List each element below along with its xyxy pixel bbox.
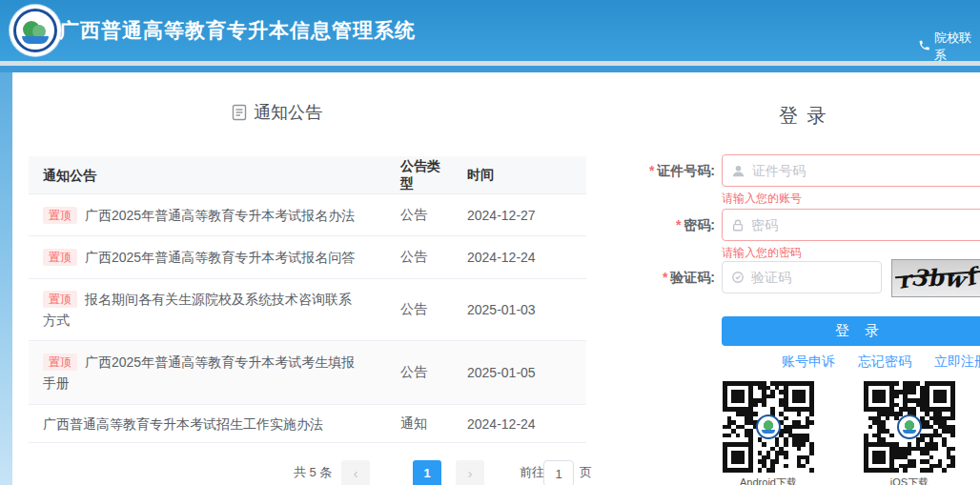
- pagination-page-1[interactable]: 1: [413, 460, 441, 485]
- qr-center-logo-icon: [897, 414, 922, 439]
- col-header-time: 时间: [452, 167, 586, 184]
- notice-type: 公告: [385, 249, 452, 266]
- table-row[interactable]: 广西普通高等教育专升本考试招生工作实施办法 通知 2024-12-24: [29, 405, 586, 443]
- id-number-field-wrap: [722, 154, 980, 187]
- captcha-image[interactable]: r3bwf: [891, 259, 980, 297]
- captcha-field-wrap: [722, 261, 882, 293]
- notice-date: 2025-01-03: [452, 302, 586, 317]
- id-number-label: *证件号码:: [572, 154, 715, 187]
- captcha-label: *验证码:: [572, 261, 715, 293]
- login-links: 账号申诉忘记密码立即注册: [782, 354, 980, 371]
- pinned-badge: 置顶: [43, 354, 77, 371]
- notice-date: 2024-12-24: [452, 250, 586, 265]
- notice-type: 公告: [385, 364, 452, 381]
- qr-code-android: [723, 381, 814, 473]
- notice-title-link[interactable]: 报名期间各有关生源院校及系统技术咨询联系方式: [43, 292, 352, 328]
- captcha-input[interactable]: [751, 270, 881, 285]
- notice-date: 2024-12-24: [452, 416, 586, 432]
- pagination-total: 共 5 条: [294, 464, 332, 481]
- col-header-title: 通知公告: [29, 165, 385, 186]
- qr-center-logo-icon: [756, 414, 781, 439]
- captcha-text: r3bwf: [898, 264, 976, 292]
- notice-title-link[interactable]: 广西2025年普通高等教育专升本考试报名办法: [85, 208, 355, 223]
- lock-icon: [731, 218, 745, 232]
- pinned-badge: 置顶: [43, 207, 77, 224]
- qr-caption-android: Android下载: [723, 475, 814, 485]
- password-error: 请输入您的密码: [722, 245, 802, 261]
- table-row[interactable]: 置顶报名期间各有关生源院校及系统技术咨询联系方式 公告 2025-01-03: [29, 279, 586, 341]
- notice-type: 通知: [385, 415, 452, 433]
- user-icon: [731, 164, 745, 178]
- id-number-error: 请输入您的账号: [722, 191, 802, 207]
- notice-title-link[interactable]: 广西2025年普通高等教育专升本考试考生填报手册: [43, 354, 355, 391]
- notice-type: 公告: [385, 301, 452, 318]
- header-accent-strip: [0, 66, 980, 72]
- notice-title-link[interactable]: 广西普通高等教育专升本考试招生工作实施办法: [43, 416, 323, 432]
- forgot-password-link[interactable]: 忘记密码: [858, 354, 911, 371]
- col-header-type: 公告类型: [385, 158, 452, 192]
- password-label: *密码:: [572, 209, 715, 241]
- phone-icon: [918, 39, 930, 54]
- notice-type: 公告: [385, 207, 452, 224]
- document-icon: [232, 104, 247, 121]
- qr-code-ios: [864, 381, 955, 473]
- app-header: 广西普通高等教育专升本信息管理系统 院校联系: [0, 0, 980, 61]
- register-link[interactable]: 立即注册: [934, 354, 980, 371]
- pagination-prev-button[interactable]: ‹: [341, 460, 370, 485]
- school-contact-label: 院校联系: [934, 30, 980, 64]
- pagination-unit-label: 页: [580, 464, 592, 481]
- notice-table-header: 通知公告 公告类型 时间: [29, 156, 586, 194]
- pinned-badge: 置顶: [43, 291, 77, 308]
- notice-date: 2025-01-05: [452, 365, 586, 380]
- account-appeal-link[interactable]: 账号申诉: [782, 354, 835, 371]
- app-title: 广西普通高等教育专升本信息管理系统: [59, 0, 416, 61]
- table-row[interactable]: 置顶广西2025年普通高等教育专升本考试考生填报手册 公告 2025-01-05: [29, 341, 586, 405]
- table-row[interactable]: 置顶广西2025年普通高等教育专升本考试报名办法 公告 2024-12-27: [29, 194, 586, 236]
- password-input[interactable]: [751, 217, 980, 232]
- qr-caption-ios: iOS下载: [864, 475, 955, 485]
- school-contact-link[interactable]: 院校联系: [918, 30, 980, 64]
- login-page: 广西普通高等教育专升本信息管理系统 院校联系 通知公告 通知公告 公告类型 时间: [0, 0, 980, 485]
- notice-title-link[interactable]: 广西2025年普通高等教育专升本考试报名问答: [85, 250, 355, 265]
- app-logo-icon: [10, 5, 61, 56]
- pagination-next-button[interactable]: ›: [456, 460, 484, 485]
- notice-date: 2024-12-27: [452, 208, 586, 223]
- password-field-wrap: [722, 209, 980, 241]
- login-section-title: 登 录: [779, 103, 828, 129]
- notice-section-title: 通知公告: [232, 101, 322, 124]
- pagination-goto-label: 前往: [520, 464, 544, 481]
- notice-table: 通知公告 公告类型 时间 置顶广西2025年普通高等教育专升本考试报名办法 公告…: [29, 156, 586, 443]
- id-number-input[interactable]: [752, 163, 980, 178]
- pagination-goto-input[interactable]: [543, 460, 574, 485]
- shield-check-icon: [731, 271, 745, 284]
- login-button[interactable]: 登 录: [722, 316, 980, 346]
- table-row[interactable]: 置顶广西2025年普通高等教育专升本考试报名问答 公告 2024-12-24: [29, 236, 586, 279]
- pinned-badge: 置顶: [43, 249, 77, 266]
